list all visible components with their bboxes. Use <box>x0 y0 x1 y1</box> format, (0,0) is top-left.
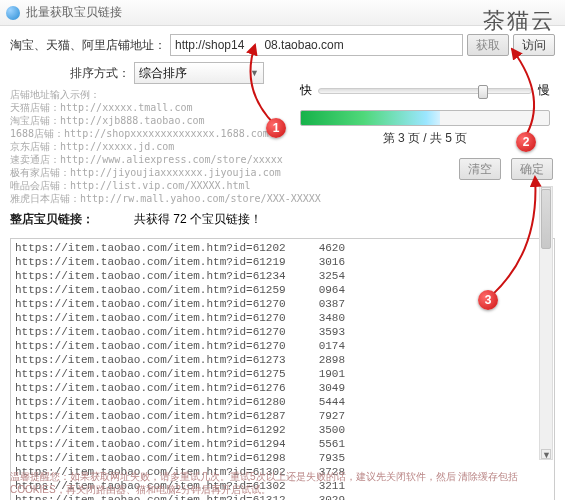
fetch-button[interactable]: 获取 <box>467 34 509 56</box>
results-label: 整店宝贝链接： <box>10 211 94 228</box>
speed-slow-label: 慢 <box>538 82 550 99</box>
sort-label: 排序方式： <box>70 65 130 82</box>
progress-text: 第 3 页 / 共 5 页 <box>300 130 550 147</box>
scroll-down-icon[interactable]: ▼ <box>541 449 551 459</box>
window-title: 批量获取宝贝链接 <box>26 4 122 21</box>
sort-selected-value: 综合排序 <box>139 65 187 82</box>
confirm-button[interactable]: 确定 <box>511 158 553 180</box>
footer-tip: 温馨提醒您：如果获取网址失败，请多重试几次。重试5次以上还是失败的话，建议先关闭… <box>10 470 555 496</box>
clear-button[interactable]: 清空 <box>459 158 501 180</box>
slider-thumb[interactable] <box>478 85 488 99</box>
sort-select[interactable]: 综合排序 ▼ <box>134 62 264 84</box>
app-icon <box>6 6 20 20</box>
speed-fast-label: 快 <box>300 82 312 99</box>
scrollbar-thumb[interactable] <box>541 189 551 249</box>
url-label: 淘宝、天猫、阿里店铺地址： <box>10 37 166 54</box>
results-scrollbar[interactable]: ▲ ▼ <box>539 186 553 460</box>
progress-bar <box>300 110 550 126</box>
visit-button[interactable]: 访问 <box>513 34 555 56</box>
titlebar: 批量获取宝贝链接 <box>0 0 565 26</box>
chevron-down-icon: ▼ <box>250 68 259 78</box>
speed-slider-row: 快 慢 <box>300 82 550 99</box>
shop-url-input[interactable] <box>170 34 463 56</box>
speed-slider[interactable] <box>318 88 532 94</box>
progress-fill <box>301 111 440 125</box>
results-count: 共获得 72 个宝贝链接！ <box>134 211 262 228</box>
results-listbox[interactable]: https://item.taobao.com/item.htm?id=6120… <box>10 238 555 500</box>
